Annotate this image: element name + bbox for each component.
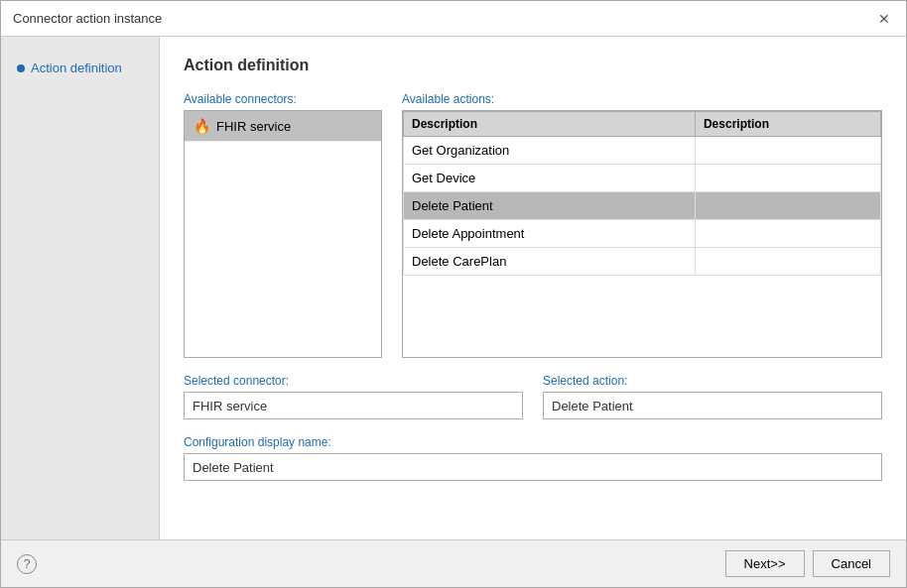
next-button[interactable]: Next>> — [725, 550, 805, 577]
action-desc-cell — [695, 192, 880, 220]
dialog: Connector action instance ✕ Action defin… — [0, 0, 907, 588]
sidebar-item-label: Action definition — [31, 60, 122, 75]
col-header-description2: Description — [695, 112, 880, 137]
selected-action-group: Selected action: — [543, 374, 882, 419]
two-column-layout: Available connectors: 🔥 FHIR service Ava… — [184, 92, 882, 358]
close-button[interactable]: ✕ — [874, 9, 894, 29]
title-bar: Connector action instance ✕ — [1, 1, 906, 37]
sidebar-dot-icon — [17, 64, 25, 72]
table-row[interactable]: Delete Appointment — [404, 220, 881, 248]
sidebar-item-action-definition[interactable]: Action definition — [11, 57, 149, 79]
action-name-cell: Delete Patient — [404, 192, 696, 220]
action-desc-cell — [695, 165, 880, 192]
actions-table[interactable]: Description Description Get Organization… — [402, 110, 882, 358]
table-row[interactable]: Delete CarePlan — [404, 248, 881, 276]
actions-label: Available actions: — [402, 92, 882, 106]
footer-buttons: Next>> Cancel — [725, 550, 890, 577]
selected-connector-input[interactable] — [184, 392, 523, 419]
selected-connector-group: Selected connector: — [184, 374, 523, 419]
bottom-fields: Selected connector: Selected action: — [184, 374, 882, 419]
action-name-cell: Get Device — [404, 165, 696, 192]
action-name-cell: Delete Appointment — [404, 220, 696, 248]
connector-item-label: FHIR service — [216, 119, 291, 134]
selected-connector-label: Selected connector: — [184, 374, 523, 388]
table-row[interactable]: Get Device — [404, 165, 881, 192]
connector-item-fhir[interactable]: 🔥 FHIR service — [185, 111, 381, 142]
connectors-column: Available connectors: 🔥 FHIR service — [184, 92, 382, 358]
section-title: Action definition — [184, 57, 882, 74]
action-desc-cell — [695, 137, 880, 165]
action-name-cell: Get Organization — [404, 137, 696, 165]
cancel-button[interactable]: Cancel — [813, 550, 890, 577]
main-content: Action definition Available connectors: … — [160, 37, 906, 539]
selected-action-input[interactable] — [543, 392, 882, 419]
table-row[interactable]: Get Organization — [404, 137, 881, 165]
sidebar: Action definition — [1, 37, 160, 539]
config-display-input[interactable] — [184, 453, 882, 481]
action-desc-cell — [695, 220, 880, 248]
footer: ? Next>> Cancel — [1, 539, 906, 587]
config-display-label: Configuration display name: — [184, 435, 882, 449]
config-field: Configuration display name: — [184, 435, 882, 481]
actions-column: Available actions: Description Descripti… — [402, 92, 882, 358]
dialog-title: Connector action instance — [13, 11, 162, 26]
col-header-description: Description — [404, 112, 696, 137]
connectors-list[interactable]: 🔥 FHIR service — [184, 110, 382, 358]
action-desc-cell — [695, 248, 880, 276]
fhir-fire-icon: 🔥 — [193, 117, 210, 135]
selected-action-label: Selected action: — [543, 374, 882, 388]
action-name-cell: Delete CarePlan — [404, 248, 696, 276]
dialog-body: Action definition Action definition Avai… — [1, 37, 906, 539]
connectors-label: Available connectors: — [184, 92, 382, 106]
help-button[interactable]: ? — [17, 554, 37, 574]
table-row[interactable]: Delete Patient — [404, 192, 881, 220]
